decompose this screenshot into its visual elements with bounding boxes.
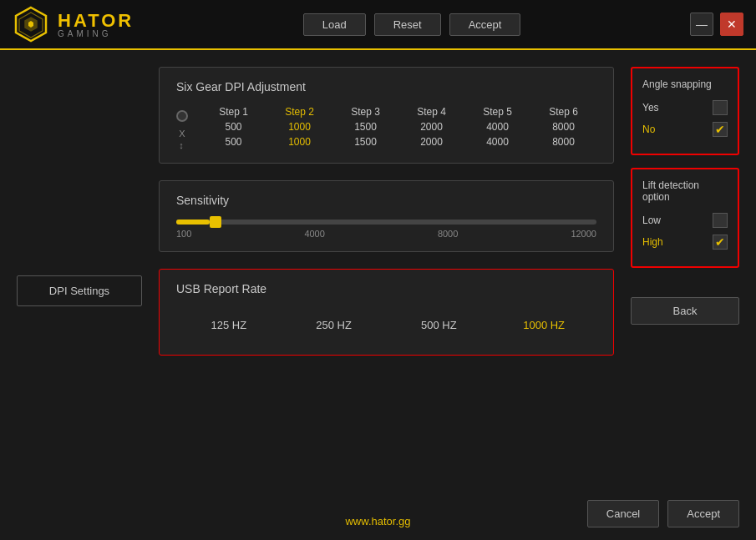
step3-label: Step 3 [351,106,380,118]
usb-250hz[interactable]: 250 HZ [282,308,387,342]
step4-y: 2000 [420,136,443,148]
angle-snapping-yes-checkbox[interactable] [713,100,728,115]
step5-x: 4000 [486,121,509,133]
slider-thumb[interactable] [210,216,221,228]
usb-500hz[interactable]: 500 HZ [387,308,492,342]
slider-fill [176,220,210,225]
dpi-col-5: Step 5 4000 4000 [464,106,530,148]
lift-detection-low-label: Low [642,214,661,226]
dpi-step-radio[interactable] [176,110,188,122]
sensitivity-title: Sensitivity [176,194,596,207]
dpi-col-1: Step 1 500 500 [200,106,266,148]
logo-icon [13,6,49,43]
step5-label: Step 5 [483,106,512,118]
step1-y: 500 [225,136,241,148]
angle-snapping-no-checkbox[interactable]: ✔ [713,122,728,137]
angle-snapping-title: Angle snapping [642,78,728,90]
usb-125hz[interactable]: 125 HZ [176,308,282,342]
step1-x: 500 [225,121,241,133]
logo-text: HATOR GAMING [58,10,134,38]
titlebar-actions: Load Reset Accept [303,13,521,36]
angle-snapping-yes-label: Yes [642,102,659,114]
load-button[interactable]: Load [303,13,366,36]
dpi-col-3: Step 3 1500 1500 [332,106,398,148]
slider-track [176,220,596,225]
x-label: X [179,129,185,139]
step2-x: 1000 [288,121,311,133]
step6-label: Step 6 [549,106,578,118]
main-content: DPI Settings Six Gear DPI Adjustment X ↕… [0,50,756,538]
bottom-buttons: Cancel Accept [587,500,739,527]
usb-panel-title: USB Report Rate [176,282,596,295]
step4-x: 2000 [420,121,443,133]
step1-label: Step 1 [219,106,248,118]
titlebar: HATOR GAMING Load Reset Accept — ✕ [0,0,756,50]
dpi-columns: Step 1 500 500 Step 2 1000 1000 Step 3 1… [200,106,596,148]
usb-1000hz[interactable]: 1000 HZ [491,308,596,342]
back-btn-wrapper: Back [631,297,739,325]
sidebar: DPI Settings [17,67,142,522]
dpi-panel-title: Six Gear DPI Adjustment [176,80,596,93]
slider-label-100: 100 [176,229,191,239]
reset-button[interactable]: Reset [374,13,441,36]
step2-y: 1000 [288,136,311,148]
lift-detection-high-row: High ✔ [642,235,728,250]
dpi-col-2: Step 2 1000 1000 [266,106,332,148]
lift-detection-high-checkbox[interactable]: ✔ [713,235,728,250]
close-button[interactable]: ✕ [720,13,743,36]
slider-labels: 100 4000 8000 12000 [176,229,596,239]
angle-snapping-no-row: No ✔ [642,122,728,137]
cancel-button[interactable]: Cancel [587,500,659,527]
back-button[interactable]: Back [631,297,739,325]
lift-detection-low-checkbox[interactable] [713,213,728,228]
slider-label-4000: 4000 [304,229,324,239]
usb-options: 125 HZ 250 HZ 500 HZ 1000 HZ [176,308,596,342]
window-controls: — ✕ [690,13,743,36]
sensitivity-panel: Sensitivity 100 4000 8000 12000 [159,180,614,252]
minimize-button[interactable]: — [690,13,713,36]
step6-x: 8000 [552,121,575,133]
step5-y: 4000 [486,136,509,148]
right-panel: Angle snapping Yes No ✔ Lift detection o… [631,67,739,522]
lift-detection-box: Lift detection option Low High ✔ [631,168,739,268]
step3-x: 1500 [354,121,377,133]
logo-area: HATOR GAMING [13,6,134,43]
xy-labels: X ↕ [179,129,185,150]
lift-detection-low-row: Low [642,213,728,228]
y-label: ↕ [179,140,185,150]
angle-snapping-box: Angle snapping Yes No ✔ [631,67,739,155]
angle-snapping-yes-row: Yes [642,100,728,115]
sensitivity-slider-container [176,220,596,225]
step4-label: Step 4 [417,106,446,118]
center-panel: Six Gear DPI Adjustment X ↕ Step 1 500 5… [159,67,614,522]
step2-label: Step 2 [285,106,314,118]
step3-y: 1500 [354,136,377,148]
dpi-settings-button[interactable]: DPI Settings [17,275,142,306]
slider-label-12000: 12000 [571,229,596,239]
step6-y: 8000 [552,136,575,148]
lift-detection-title: Lift detection option [642,179,728,203]
accept-title-button[interactable]: Accept [449,13,521,36]
logo-sub: GAMING [58,29,134,38]
dpi-radio-col: X ↕ [176,106,188,150]
slider-label-8000: 8000 [438,229,458,239]
dpi-col-4: Step 4 2000 2000 [398,106,464,148]
dpi-steps: X ↕ Step 1 500 500 Step 2 1000 1 [176,106,596,150]
dpi-col-6: Step 6 8000 8000 [530,106,596,148]
dpi-panel: Six Gear DPI Adjustment X ↕ Step 1 500 5… [159,67,614,164]
accept-bottom-button[interactable]: Accept [667,500,739,527]
angle-snapping-no-label: No [642,124,655,135]
usb-panel: USB Report Rate 125 HZ 250 HZ 500 HZ 100… [159,269,614,356]
lift-detection-high-label: High [642,236,663,248]
